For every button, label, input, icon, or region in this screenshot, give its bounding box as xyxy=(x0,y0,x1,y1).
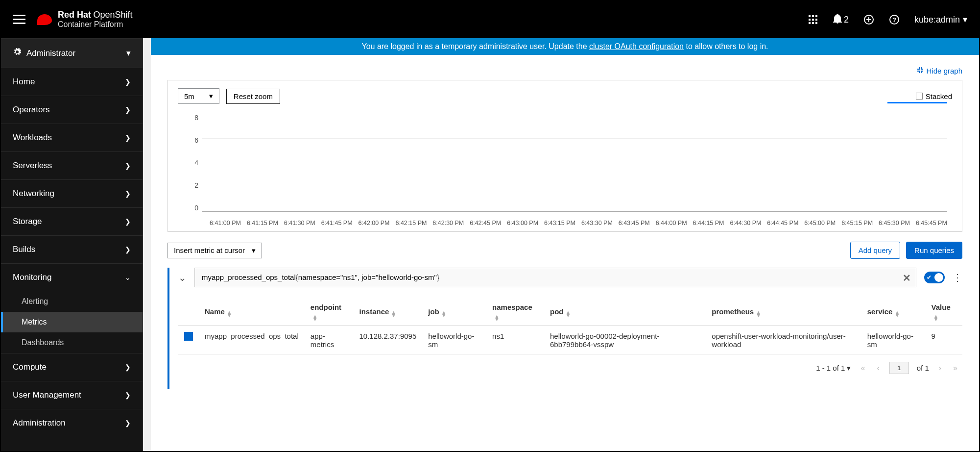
col-prometheus[interactable]: prometheus▲▼ xyxy=(706,298,861,326)
notifications-button[interactable]: 2 xyxy=(833,14,849,26)
pagination: 1 - 1 of 1 ▾ « ‹ of 1 › » xyxy=(178,355,962,381)
hide-graph-button[interactable]: Hide graph xyxy=(917,67,962,75)
last-page-button[interactable]: » xyxy=(951,364,959,373)
col-value[interactable]: Value▲▼ xyxy=(926,298,962,326)
cell-name: myapp_processed_ops_total xyxy=(199,326,305,355)
sidebar-item-user-management[interactable]: User Management❯ xyxy=(1,381,143,409)
series-color-swatch[interactable] xyxy=(184,332,193,341)
first-page-button[interactable]: « xyxy=(859,364,867,373)
cell-namespace: ns1 xyxy=(486,326,544,355)
graph-panel: 5m ▾ Reset zoom Stacked 8 6 4 xyxy=(167,80,962,232)
perspective-label: Administrator xyxy=(26,49,75,58)
redhat-icon xyxy=(37,14,52,25)
brand-line1: Red Hat xyxy=(58,10,91,20)
clear-query-button[interactable]: ✕ xyxy=(903,272,911,284)
sidebar-item-serverless[interactable]: Serverless❯ xyxy=(1,151,143,179)
run-queries-button[interactable]: Run queries xyxy=(906,242,962,259)
cell-value: 9 xyxy=(926,326,962,355)
col-instance[interactable]: instance▲▼ xyxy=(353,298,422,326)
sidebar: Administrator ▾ Home❯ Operators❯ Workloa… xyxy=(1,38,143,451)
help-button[interactable]: ? xyxy=(889,14,900,25)
svg-rect-0 xyxy=(809,15,811,17)
user-menu[interactable]: kube:admin ▾ xyxy=(914,14,967,25)
svg-rect-3 xyxy=(809,19,811,21)
sidebar-item-administration[interactable]: Administration❯ xyxy=(1,409,143,437)
col-name[interactable]: Name▲▼ xyxy=(199,298,305,326)
sidebar-item-builds[interactable]: Builds❯ xyxy=(1,235,143,263)
cell-instance: 10.128.2.37:9095 xyxy=(353,326,422,355)
svg-rect-7 xyxy=(812,22,814,24)
compress-icon xyxy=(917,67,924,75)
chevron-right-icon: ❯ xyxy=(125,391,131,399)
gear-icon xyxy=(13,48,22,59)
main-content: You are logged in as a temporary adminis… xyxy=(151,38,979,451)
chevron-right-icon: ❯ xyxy=(125,190,131,198)
cell-service: helloworld-go-sm xyxy=(861,326,926,355)
sidebar-item-networking[interactable]: Networking❯ xyxy=(1,179,143,207)
chevron-right-icon: ❯ xyxy=(125,162,131,170)
next-page-button[interactable]: › xyxy=(937,364,943,373)
caret-down-icon: ▾ xyxy=(252,246,256,255)
brand-logo[interactable]: Red Hat OpenShift Container Platform xyxy=(37,10,133,28)
col-job[interactable]: job▲▼ xyxy=(422,298,486,326)
stacked-checkbox[interactable] xyxy=(916,93,923,100)
pagination-summary[interactable]: 1 - 1 of 1 ▾ xyxy=(816,364,851,373)
chevron-right-icon: ❯ xyxy=(125,134,131,142)
sidebar-item-workloads[interactable]: Workloads❯ xyxy=(1,124,143,151)
page-of-label: of 1 xyxy=(917,364,929,372)
chevron-right-icon: ❯ xyxy=(125,78,131,86)
chevron-right-icon: ❯ xyxy=(125,246,131,253)
brand-line2: OpenShift xyxy=(93,10,132,20)
oauth-config-link[interactable]: cluster OAuth configuration xyxy=(589,42,684,50)
y-axis: 8 6 4 2 0 xyxy=(178,114,202,212)
sidebar-item-alerting[interactable]: Alerting xyxy=(1,291,143,312)
insert-metric-dropdown[interactable]: Insert metric at cursor ▾ xyxy=(167,243,262,258)
col-namespace[interactable]: namespace▲▼ xyxy=(486,298,544,326)
add-query-button[interactable]: Add query xyxy=(850,242,900,259)
sidebar-item-storage[interactable]: Storage❯ xyxy=(1,207,143,235)
collapse-query-button[interactable]: ⌄ xyxy=(178,272,187,283)
nav-toggle-button[interactable] xyxy=(13,15,25,24)
perspective-switcher[interactable]: Administrator ▾ xyxy=(1,38,143,68)
col-pod[interactable]: pod▲▼ xyxy=(544,298,706,326)
cell-endpoint: app-metrics xyxy=(305,326,354,355)
chevron-right-icon: ❯ xyxy=(125,419,131,427)
sidebar-item-monitoring[interactable]: Monitoring⌄ xyxy=(1,263,143,291)
chevron-right-icon: ❯ xyxy=(125,218,131,226)
admin-banner: You are logged in as a temporary adminis… xyxy=(151,38,979,55)
query-block: ⌄ myapp_processed_ops_total{namespace="n… xyxy=(167,268,962,389)
sidebar-item-home[interactable]: Home❯ xyxy=(1,68,143,96)
col-service[interactable]: service▲▼ xyxy=(861,298,926,326)
sidebar-item-compute[interactable]: Compute❯ xyxy=(1,353,143,381)
import-button[interactable] xyxy=(863,14,874,25)
check-icon: ✔ xyxy=(927,274,932,281)
chevron-right-icon: ❯ xyxy=(125,363,131,371)
query-enabled-toggle[interactable]: ✔ xyxy=(924,272,945,283)
sidebar-scrollbar[interactable] xyxy=(143,38,151,451)
results-table: Name▲▼ endpoint▲▼ instance▲▼ job▲▼ names… xyxy=(178,298,962,355)
cell-pod: helloworld-go-00002-deployment-6bb799bb6… xyxy=(544,326,706,355)
col-endpoint[interactable]: endpoint▲▼ xyxy=(305,298,354,326)
time-range-select[interactable]: 5m ▾ xyxy=(178,88,219,104)
sidebar-item-operators[interactable]: Operators❯ xyxy=(1,96,143,124)
plot-area xyxy=(202,114,947,212)
query-expression-input[interactable]: myapp_processed_ops_total{namespace="ns1… xyxy=(194,268,916,287)
page-number-input[interactable] xyxy=(889,362,909,374)
chevron-down-icon: ⌄ xyxy=(125,274,131,281)
svg-rect-5 xyxy=(815,19,817,21)
stacked-label: Stacked xyxy=(926,92,952,100)
reset-zoom-button[interactable]: Reset zoom xyxy=(226,89,280,104)
sidebar-item-metrics[interactable]: Metrics xyxy=(1,312,143,332)
sidebar-item-dashboards[interactable]: Dashboards xyxy=(1,332,143,353)
chevron-right-icon: ❯ xyxy=(125,106,131,114)
caret-down-icon: ▾ xyxy=(126,48,131,58)
prev-page-button[interactable]: ‹ xyxy=(875,364,881,373)
query-kebab-menu[interactable]: ⋮ xyxy=(953,272,962,283)
cell-job: helloworld-go-sm xyxy=(422,326,486,355)
user-name: kube:admin xyxy=(914,15,960,25)
app-launcher-icon[interactable] xyxy=(808,14,818,25)
svg-rect-1 xyxy=(812,15,814,17)
svg-rect-8 xyxy=(815,22,817,24)
svg-rect-4 xyxy=(812,19,814,21)
metrics-chart[interactable]: 8 6 4 2 0 xyxy=(178,114,952,226)
